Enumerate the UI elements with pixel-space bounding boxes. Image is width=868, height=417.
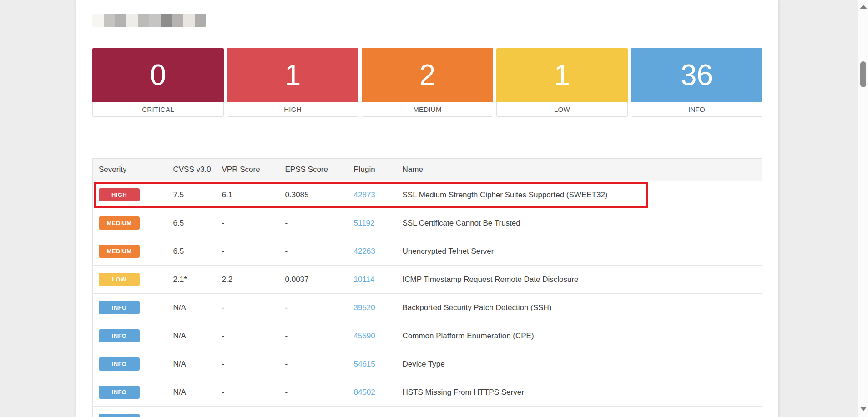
vpr-score: 2.2 bbox=[222, 266, 285, 294]
plugin-id-link[interactable]: 42263 bbox=[354, 247, 375, 256]
cvss-score: N/A bbox=[173, 322, 222, 350]
epss-score: 0.0037 bbox=[285, 266, 354, 294]
cvss-score: 2.1* bbox=[173, 266, 222, 294]
severity-badge: HIGH bbox=[99, 188, 140, 201]
severity-badge: INFO bbox=[99, 357, 140, 371]
info-count: 36 bbox=[631, 48, 762, 102]
cvss-score: N/A bbox=[173, 350, 222, 378]
finding-name: HSTS Missing From HTTPS Server bbox=[403, 378, 762, 407]
findings-table: Severity CVSS v3.0 VPR Score EPSS Score … bbox=[92, 158, 762, 417]
vpr-score: - bbox=[222, 322, 285, 350]
plugin-id-link[interactable]: 54615 bbox=[354, 360, 375, 368]
vertical-scrollbar[interactable] bbox=[858, 0, 868, 417]
severity-summary: 0 CRITICAL 1 HIGH 2 MEDIUM 1 LOW 36 IN bbox=[92, 48, 762, 117]
severity-badge: MEDIUM bbox=[99, 216, 140, 230]
cvss-score: 6.5 bbox=[173, 209, 222, 237]
severity-badge: INFO bbox=[99, 386, 140, 399]
summary-card-info: 36 INFO bbox=[631, 48, 762, 117]
critical-label: CRITICAL bbox=[92, 102, 224, 117]
cvss-score bbox=[173, 407, 222, 417]
redacted-host-title bbox=[92, 14, 206, 27]
vpr-score: 6.1 bbox=[222, 181, 285, 209]
findings-header-row: Severity CVSS v3.0 VPR Score EPSS Score … bbox=[93, 159, 762, 181]
plugin-id-link[interactable]: 39520 bbox=[354, 303, 375, 312]
summary-card-high: 1 HIGH bbox=[227, 48, 358, 117]
epss-score: - bbox=[285, 350, 354, 378]
summary-card-critical: 0 CRITICAL bbox=[92, 48, 224, 117]
report-page: 0 CRITICAL 1 HIGH 2 MEDIUM 1 LOW 36 IN bbox=[0, 0, 868, 417]
col-cvss: CVSS v3.0 bbox=[173, 159, 222, 181]
high-count: 1 bbox=[227, 48, 358, 102]
severity-badge: INFO bbox=[99, 414, 140, 417]
vpr-score: - bbox=[222, 378, 285, 407]
finding-row: INFO N/A - - 39520 Backported Security P… bbox=[93, 294, 762, 322]
col-severity: Severity bbox=[93, 159, 173, 181]
finding-name: Unencrypted Telnet Server bbox=[403, 237, 762, 266]
plugin-id-link[interactable]: 42873 bbox=[354, 191, 375, 199]
scroll-down-arrow-icon[interactable] bbox=[860, 407, 867, 411]
finding-name bbox=[403, 407, 762, 417]
severity-badge: MEDIUM bbox=[99, 245, 140, 258]
report-sheet: 0 CRITICAL 1 HIGH 2 MEDIUM 1 LOW 36 IN bbox=[76, 0, 778, 417]
epss-score bbox=[285, 407, 354, 417]
plugin-id-link[interactable]: 51192 bbox=[354, 219, 375, 227]
finding-name: SSL Medium Strength Cipher Suites Suppor… bbox=[403, 181, 762, 209]
plugin-id-link[interactable]: 45590 bbox=[354, 332, 375, 340]
finding-row: INFO N/A - - 84502 HSTS Missing From HTT… bbox=[93, 378, 762, 407]
severity-badge: LOW bbox=[99, 273, 140, 286]
finding-name: SSL Certificate Cannot Be Trusted bbox=[403, 209, 762, 237]
finding-row: INFO N/A - - 54615 Device Type bbox=[93, 350, 762, 378]
vpr-score: - bbox=[222, 294, 285, 322]
medium-label: MEDIUM bbox=[362, 102, 493, 117]
summary-card-low: 1 LOW bbox=[496, 48, 628, 117]
vpr-score: - bbox=[222, 350, 285, 378]
summary-card-medium: 2 MEDIUM bbox=[362, 48, 493, 117]
severity-badge: INFO bbox=[99, 301, 140, 314]
plugin-id-link[interactable]: 84502 bbox=[354, 388, 375, 397]
vpr-score: - bbox=[222, 209, 285, 237]
epss-score: - bbox=[285, 322, 354, 350]
col-epss-score: EPSS Score bbox=[285, 159, 354, 181]
cvss-score: N/A bbox=[173, 294, 222, 322]
col-plugin: Plugin bbox=[354, 159, 403, 181]
finding-row: LOW 2.1* 2.2 0.0037 10114 ICMP Timestamp… bbox=[93, 266, 762, 294]
critical-count: 0 bbox=[92, 48, 224, 102]
scroll-up-arrow-icon[interactable] bbox=[860, 5, 867, 9]
findings-rows: HIGH 7.5 6.1 0.3085 42873 SSL Medium Str… bbox=[93, 181, 762, 417]
finding-name: ICMP Timestamp Request Remote Date Discl… bbox=[403, 266, 762, 294]
vpr-score bbox=[222, 407, 285, 417]
cvss-score: N/A bbox=[173, 378, 222, 407]
finding-name: Common Platform Enumeration (CPE) bbox=[403, 322, 762, 350]
finding-row: HIGH 7.5 6.1 0.3085 42873 SSL Medium Str… bbox=[93, 181, 762, 209]
vpr-score: - bbox=[222, 237, 285, 266]
finding-row: INFO N/A - - 45590 Common Platform Enume… bbox=[93, 322, 762, 350]
epss-score: - bbox=[285, 294, 354, 322]
col-vpr-score: VPR Score bbox=[222, 159, 285, 181]
severity-badge: INFO bbox=[99, 329, 140, 342]
finding-name: Backported Security Patch Detection (SSH… bbox=[403, 294, 762, 322]
finding-row: MEDIUM 6.5 - - 51192 SSL Certificate Can… bbox=[93, 209, 762, 237]
cvss-score: 6.5 bbox=[173, 237, 222, 266]
medium-count: 2 bbox=[362, 48, 493, 102]
scrollbar-thumb[interactable] bbox=[860, 61, 866, 87]
plugin-id-link[interactable]: 10114 bbox=[354, 275, 375, 284]
high-label: HIGH bbox=[227, 102, 358, 117]
finding-row: MEDIUM 6.5 - - 42263 Unencrypted Telnet … bbox=[93, 237, 762, 266]
epss-score: - bbox=[285, 378, 354, 407]
col-name: Name bbox=[403, 159, 762, 181]
epss-score: 0.3085 bbox=[285, 181, 354, 209]
epss-score: - bbox=[285, 209, 354, 237]
finding-row: INFO bbox=[93, 407, 762, 417]
low-count: 1 bbox=[496, 48, 628, 102]
finding-name: Device Type bbox=[403, 350, 762, 378]
epss-score: - bbox=[285, 237, 354, 266]
low-label: LOW bbox=[496, 102, 628, 117]
info-label: INFO bbox=[631, 102, 762, 117]
cvss-score: 7.5 bbox=[173, 181, 222, 209]
